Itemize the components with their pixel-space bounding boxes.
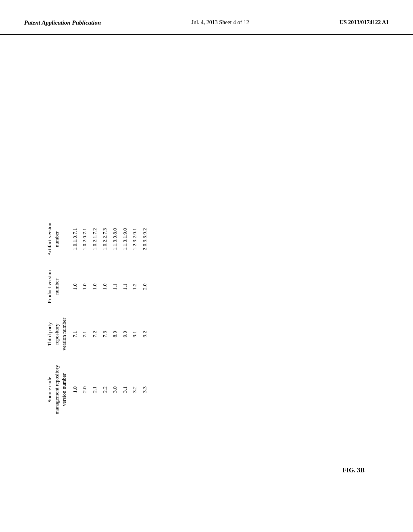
col-header-third-party: Third partyrepositoryversion number [44, 310, 70, 357]
third-party-version: 9.2 [140, 310, 150, 357]
source-version: 2.1 [90, 358, 100, 422]
third-party-version: 7.2 [90, 310, 100, 357]
source-version: 2.2 [100, 358, 110, 422]
third-party-version: 9.1 [130, 310, 140, 357]
version-table: Source codemanagement repositoryversion … [44, 215, 150, 422]
product-version: 1.0 [70, 263, 80, 310]
product-version: 1.1 [110, 263, 120, 310]
artifact-version: 1.0.2.1.7.2 [90, 215, 100, 263]
table-row: 3.3 9.2 2.0 2.0.3.3.9.2 [140, 215, 150, 422]
artifact-version: 1.1.3.1.9.0 [120, 215, 130, 263]
third-party-version: 7.3 [100, 310, 110, 357]
artifact-version: 1.0.1.0.7.1 [70, 215, 80, 263]
artifact-version: 1.1.3.0.8.0 [110, 215, 120, 263]
third-party-version: 7.1 [80, 310, 90, 357]
main-content: Source codemanagement repositoryversion … [0, 35, 413, 498]
product-version: 1.1 [120, 263, 130, 310]
col-header-artifact: Artifact versionnumber [44, 215, 70, 263]
source-version: 1.0 [70, 358, 80, 422]
source-version: 3.0 [110, 358, 120, 422]
artifact-version: 1.0.2.0.7.1 [80, 215, 90, 263]
table-row: 3.0 8.0 1.1 1.1.3.0.8.0 [110, 215, 120, 422]
col-header-product: Product versionnumber [44, 263, 70, 310]
page: Patent Application Publication Jul. 4, 2… [0, 0, 413, 532]
col-header-source: Source codemanagement repositoryversion … [44, 358, 70, 422]
source-version: 2.0 [80, 358, 90, 422]
table-row: 2.0 7.1 1.0 1.0.2.0.7.1 [80, 215, 90, 422]
product-version: 1.0 [80, 263, 90, 310]
table-row: 1.0 7.1 1.0 1.0.1.0.7.1 [70, 215, 80, 422]
product-version: 1.0 [90, 263, 100, 310]
product-version: 2.0 [140, 263, 150, 310]
figure-label: FIG. 3B [342, 467, 365, 474]
third-party-version: 7.1 [70, 310, 80, 357]
table-wrapper: Source codemanagement repositoryversion … [44, 215, 150, 422]
third-party-version: 8.0 [110, 310, 120, 357]
date-sheet-label: Jul. 4, 2013 Sheet 4 of 12 [192, 19, 249, 26]
third-party-version: 9.0 [120, 310, 130, 357]
product-version: 1.0 [100, 263, 110, 310]
artifact-version: 2.0.3.3.9.2 [140, 215, 150, 263]
publication-label: Patent Application Publication [24, 19, 101, 26]
table-row: 2.2 7.3 1.0 1.0.2.2.7.3 [100, 215, 110, 422]
source-version: 3.2 [130, 358, 140, 422]
product-version: 1.2 [130, 263, 140, 310]
source-version: 3.1 [120, 358, 130, 422]
artifact-version: 1.0.2.2.7.3 [100, 215, 110, 263]
table-row: 3.1 9.0 1.1 1.1.3.1.9.0 [120, 215, 130, 422]
table-header-row: Source codemanagement repositoryversion … [44, 215, 70, 422]
table-row: 2.1 7.2 1.0 1.0.2.1.7.2 [90, 215, 100, 422]
table-row: 3.2 9.1 1.2 1.2.3.2.9.1 [130, 215, 140, 422]
artifact-version: 1.2.3.2.9.1 [130, 215, 140, 263]
patent-number-label: US 2013/0174122 A1 [340, 19, 389, 26]
page-header: Patent Application Publication Jul. 4, 2… [0, 0, 413, 35]
source-version: 3.3 [140, 358, 150, 422]
